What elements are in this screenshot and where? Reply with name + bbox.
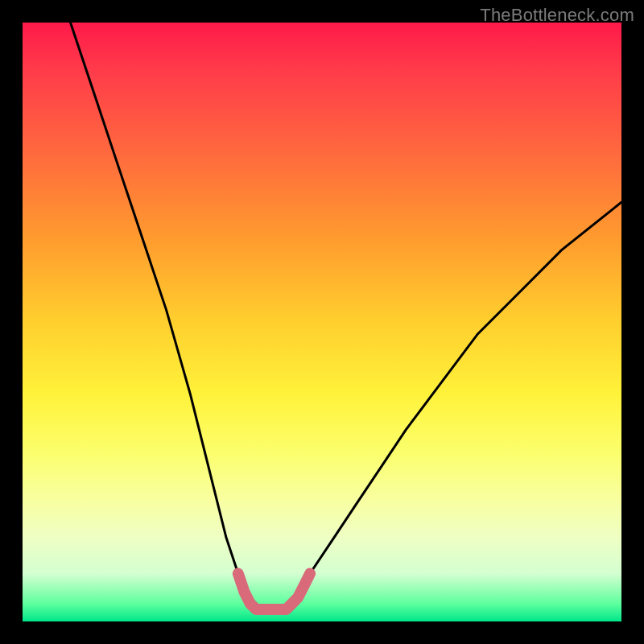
watermark-text: TheBottleneck.com xyxy=(480,5,634,26)
chart-container: TheBottleneck.com xyxy=(0,0,644,644)
bottom-marker xyxy=(238,574,310,610)
plot-area xyxy=(23,23,621,621)
curve-svg xyxy=(23,23,621,621)
bottleneck-curve xyxy=(71,23,622,609)
